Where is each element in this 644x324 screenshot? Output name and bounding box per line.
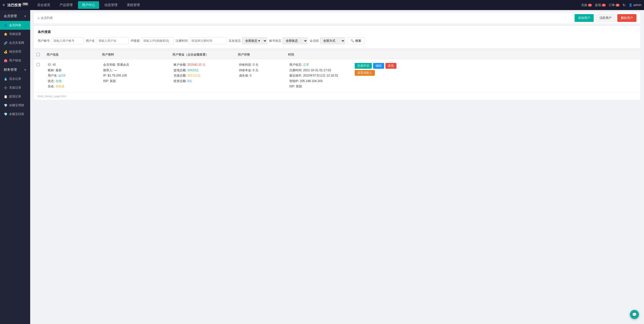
select-all-checkbox[interactable] [36, 53, 40, 56]
reg-time-label: 注册时间: [289, 68, 302, 72]
order-label: 订单 [609, 3, 615, 7]
user-id-input[interactable] [51, 37, 84, 44]
table-row: ID: 40 昵称: 最新 用户名: q123 状态: 在线 实名: 未实名 [34, 59, 640, 93]
search-button[interactable]: 🔍 搜索 [347, 37, 365, 44]
sidebar-item-yuebao-finance[interactable]: 💎 余额宝理财 [0, 101, 30, 110]
last-ip-label: 登陆IP: [289, 79, 299, 83]
sidebar-item-member-list[interactable]: 👤 会员列表 [0, 21, 30, 30]
real-status-select[interactable]: 全部状态 ▾ [242, 37, 267, 44]
sidebar-group-finance[interactable]: 财务管理 ▼ [0, 65, 30, 75]
isp-row: ISP: 英国 [103, 79, 171, 84]
chat-icon-symbol: 💬 [632, 312, 637, 317]
nav-item-home[interactable]: 后台首页 [33, 1, 54, 9]
main-content: » 会员列表 添加用户 活跃用户 删除用户 条件搜索 用户账号 用户名 [30, 10, 644, 324]
app-logo: 法巴投资 TP6 [7, 3, 28, 8]
col-user-profile: 会员等级: 普通会员 推荐人: — IP: $1.79.205.105 ISP:… [102, 62, 172, 84]
admin-name[interactable]: 👤 admin [629, 3, 641, 7]
withdraw-badge-item[interactable]: 提现 0 [595, 3, 606, 7]
recharge-badge-item[interactable]: 充值 0 [581, 3, 592, 7]
set-agent-button[interactable]: 设置成刷人 [355, 70, 375, 76]
last-op-label: 最近操作: [289, 74, 302, 77]
ip-field: IP搜索 [131, 37, 174, 44]
nav-toggle-icon[interactable]: ≡ [3, 3, 5, 7]
account-status-field: 账号状态 全部状态 [269, 37, 308, 44]
member-network-icon: 🔗 [4, 41, 8, 45]
sidebar-item-member-network[interactable]: 🔗 会员关系网 [0, 39, 30, 47]
sidebar-item-recharge-records[interactable]: ➕ 充值记录 [0, 83, 30, 92]
real-status-field: 实名状态 全部状态 ▾ [229, 37, 267, 44]
sidebar-group-members[interactable]: 会员管理 ▼ [0, 11, 30, 21]
col-user-funds-header: 用户资金（点击金额查看） [172, 53, 238, 57]
search-row: 用户账号 用户名 IP搜索 注册时间 实名状态 [38, 37, 636, 44]
wallet-manage-icon: 💰 [4, 50, 8, 54]
top-nav-menu: 后台首页 产品管理 用户中心 信息管理 系统管理 [33, 1, 581, 9]
user-status-label: 用户状态: [289, 63, 302, 66]
last-isp-row: ISP: 英国 [289, 84, 352, 89]
sidebar-item-label: 充值记录 [9, 86, 21, 90]
col-user-details-header: 用户详情 [238, 53, 288, 57]
nav-item-system[interactable]: 系统管理 [123, 1, 144, 9]
member-list-icon: 👤 [4, 24, 8, 27]
reg-time-input[interactable] [189, 37, 227, 44]
col-user-profile-header: 用户资料 [102, 53, 172, 57]
yuebao-finance-icon: 💎 [4, 104, 8, 107]
sidebar-item-yuebao-settle[interactable]: 💎 余额宝结算 [0, 110, 30, 119]
account-status-label: 账号状态 [269, 39, 281, 43]
top-nav-right: 充值 0 提现 0 订单 0 ↻ 👤 admin [581, 3, 641, 7]
activate-user-button[interactable]: 活跃用户 [596, 14, 615, 22]
account-status-select[interactable]: 全部状态 [283, 37, 308, 44]
add-user-button[interactable]: 添加用户 [575, 14, 594, 22]
sidebar-item-label: 流水记录 [9, 77, 21, 81]
recharge-count: 0 [588, 4, 592, 7]
refresh-icon[interactable]: ↻ [623, 3, 626, 7]
sidebar-item-label: 提现记录 [9, 94, 21, 99]
sidebar-item-label: 会员列表 [9, 23, 21, 27]
sidebar-item-label: 余额宝结算 [9, 112, 24, 116]
last-ip-value: 205.198.104.203 [300, 79, 323, 83]
trade-toggle-button[interactable]: 交易开启 [355, 63, 372, 69]
sidebar-item-user-wallet[interactable]: 👛 用户钱包 [0, 56, 30, 65]
sidebar-item-flow-records[interactable]: 💧 流水记录 [0, 75, 30, 83]
balance-value[interactable]: 353540.10 元 [187, 63, 206, 66]
sidebar-group2-label: 财务管理 [4, 67, 17, 72]
invest-label: 投资总额: [174, 79, 186, 83]
member-type-label: 会员等级: [103, 63, 116, 66]
invest-row: 投资总额: 0元 [174, 79, 236, 84]
nav-item-products[interactable]: 产品管理 [56, 1, 77, 9]
balance-row: 账户余额: 353540.10 元 [174, 62, 236, 68]
username-link[interactable]: q123 [59, 74, 65, 77]
status-row: 状态: 在线 [48, 79, 101, 84]
user-nick-value: 昵称: 最新 [48, 68, 101, 73]
recharge-value[interactable]: 101111元 [187, 74, 200, 77]
sidebar-item-level-settings[interactable]: ⭐ 等级设置 [0, 30, 30, 39]
logo-text: 法巴投资 [7, 3, 21, 7]
main-layout: 会员管理 ▼ 👤 会员列表 ⭐ 等级设置 🔗 会员关系网 💰 钱包管理 👛 用户… [0, 10, 644, 324]
invest-value[interactable]: 0元 [187, 79, 192, 83]
row-checkbox[interactable] [36, 63, 40, 66]
admin-name-text: admin [633, 3, 641, 7]
order-badge-item[interactable]: 订单 0 [609, 3, 620, 7]
reg-time-field: 注册时间 [176, 37, 227, 44]
user-name-input[interactable] [96, 37, 129, 44]
ip-input[interactable] [141, 37, 174, 44]
search-panel: 条件搜索 用户账号 用户名 IP搜索 注册时间 [34, 26, 640, 48]
sidebar-item-withdraw-records[interactable]: 📋 提现记录 [0, 92, 30, 101]
member-group-select[interactable]: 全部方式 [320, 37, 345, 44]
col-checkbox-header [36, 53, 47, 57]
pending-income-value: 0 元 [253, 63, 258, 66]
nav-item-info[interactable]: 信息管理 [100, 1, 122, 9]
nav-item-users[interactable]: 用户中心 [78, 1, 99, 9]
last-isp-value: 英国 [296, 85, 302, 88]
withdraw-value[interactable]: 33423元 [187, 68, 199, 72]
high-risk-button[interactable]: 高危 [385, 63, 396, 69]
sidebar-item-label: 钱包管理 [9, 50, 21, 54]
chat-icon[interactable]: 💬 [630, 310, 639, 319]
breadcrumb-separator: » [38, 16, 39, 20]
edit-button[interactable]: 编辑 [373, 63, 384, 69]
col-user-details: 待收利息: 0 元 待收本金: 0 元 成长值: 0 [238, 62, 288, 79]
admin-icon: 👤 [629, 3, 632, 7]
sidebar-item-wallet-manage[interactable]: 💰 钱包管理 [0, 47, 30, 56]
col-time-header: 时间 [288, 53, 353, 57]
delete-user-button[interactable]: 删除用户 [617, 14, 636, 22]
col-user-funds: 账户余额: 353540.10 元 提现总额: 33423元 充值总额: 101… [172, 62, 238, 84]
